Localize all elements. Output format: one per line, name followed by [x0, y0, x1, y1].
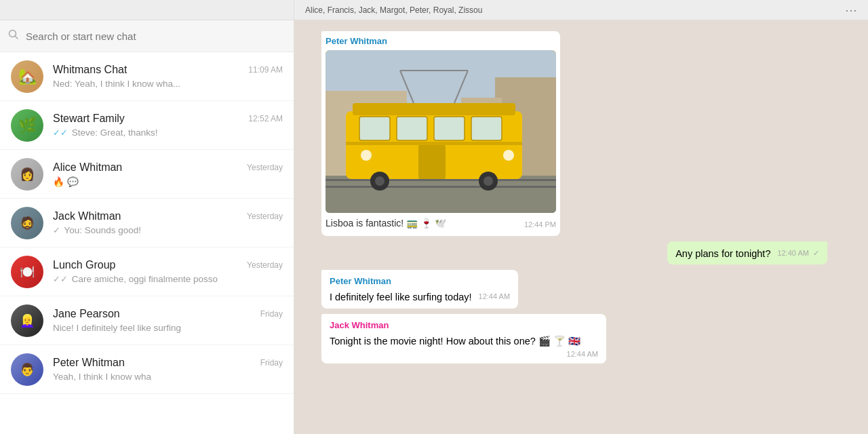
chat-info-lunch-group: Lunch Group Yesterday ✓✓ Care amiche, og…	[53, 259, 283, 284]
chat-preview-text: Care amiche, oggi finalmente posso	[72, 274, 218, 284]
search-input[interactable]	[26, 31, 285, 42]
chat-name: Lunch Group	[53, 259, 116, 271]
avatar-jack-whitman: 🧔	[11, 207, 43, 239]
group-members-label: Alice, Francis, Jack, Margot, Peter, Roy…	[305, 5, 482, 15]
chat-time: Friday	[260, 309, 283, 319]
svg-rect-11	[359, 117, 390, 140]
svg-point-19	[375, 176, 384, 186]
chat-preview: ✓✓ Care amiche, oggi finalmente posso	[53, 274, 283, 284]
svg-rect-14	[471, 117, 502, 140]
tram-image	[326, 50, 556, 213]
svg-point-17	[503, 150, 514, 161]
search-icon	[8, 29, 19, 43]
msg-text: Tonight is the movie night! How about th…	[330, 336, 580, 347]
chat-item-jane-pearson[interactable]: 👱‍♀️ Jane Pearson Friday Nice! I definit…	[0, 296, 294, 345]
chat-time: Yesterday	[247, 212, 283, 221]
msg-text: Lisboa is fantastic! 🚃 🍷 🕊️	[326, 217, 446, 231]
msg-time: 12:40 AM ✓	[777, 248, 819, 258]
svg-rect-25	[346, 142, 522, 145]
double-tick-blue: ✓✓	[53, 127, 68, 138]
msg-sender-name: Peter Whitman	[326, 35, 556, 47]
chat-time: Friday	[260, 358, 283, 368]
msg-tick: ✓	[813, 249, 819, 257]
chat-item-peter-whitman[interactable]: 👨 Peter Whitman Friday Yeah, I think I k…	[0, 345, 294, 394]
sidebar: 🏡 Whitmans Chat 11:09 AM Ned: Yeah, I th…	[0, 0, 294, 434]
messages-area: Peter Whitman	[294, 20, 868, 434]
svg-line-1	[16, 37, 18, 39]
svg-rect-6	[326, 176, 556, 213]
chat-item-jack-whitman[interactable]: 🧔 Jack Whitman Yesterday ✓ You: Sounds g…	[0, 199, 294, 248]
chat-preview-text: Ned: Yeah, I think I know wha...	[53, 79, 180, 89]
msg-text: I definitely feel like surfing today!	[330, 292, 472, 302]
avatar-jane-pearson: 👱‍♀️	[11, 304, 43, 337]
msg-time: 12:44 AM	[567, 349, 598, 359]
msg-sender-name: Peter Whitman	[330, 275, 510, 288]
avatar-stewart-family: 🌿	[11, 109, 43, 142]
chat-name: Alice Whitman	[53, 161, 122, 174]
chat-preview-text: Yeah, I think I know wha	[53, 372, 151, 382]
msg-text: Any plans for tonight?	[675, 248, 770, 259]
search-bar[interactable]	[0, 20, 294, 52]
msg-sender-name: Jack Whitman	[330, 319, 598, 332]
chat-preview: Nice! I definitely feel like surfing	[53, 323, 283, 333]
chat-name: Stewart Family	[53, 113, 125, 125]
chat-name: Jack Whitman	[53, 210, 121, 222]
svg-rect-7	[326, 179, 556, 181]
avatar-whitmans-chat: 🏡	[11, 60, 43, 93]
chat-preview-text: You: Sounds good!	[64, 225, 142, 235]
chat-area: Alice, Francis, Jack, Margot, Peter, Roy…	[294, 0, 868, 434]
svg-point-16	[361, 150, 372, 161]
chat-preview-text: Nice! I definitely feel like surfing	[53, 323, 181, 333]
chat-time: 12:52 AM	[248, 114, 283, 123]
svg-rect-13	[434, 117, 465, 140]
chat-list: 🏡 Whitmans Chat 11:09 AM Ned: Yeah, I th…	[0, 52, 294, 434]
chat-item-whitmans-chat[interactable]: 🏡 Whitmans Chat 11:09 AM Ned: Yeah, I th…	[0, 52, 294, 101]
msg-time: 12:44 PM	[524, 220, 556, 230]
chat-info-stewart-family: Stewart Family 12:52 AM ✓✓ Steve: Great,…	[53, 113, 283, 138]
single-tick-gray: ✓	[53, 225, 60, 235]
svg-point-21	[484, 176, 493, 186]
chat-name: Jane Pearson	[53, 308, 120, 320]
message-outgoing-plans: Any plans for tonight? 12:40 AM ✓	[667, 241, 827, 264]
chat-preview: Yeah, I think I know wha	[53, 372, 283, 382]
chat-time: Yesterday	[247, 260, 283, 270]
chat-name: Whitmans Chat	[53, 64, 127, 76]
chat-info-peter-whitman: Peter Whitman Friday Yeah, I think I kno…	[53, 357, 283, 382]
chat-preview: Ned: Yeah, I think I know wha...	[53, 79, 283, 89]
message-peter-surfing: Peter Whitman I definitely feel like sur…	[321, 270, 518, 308]
svg-rect-12	[397, 117, 427, 140]
chat-top-bar: Alice, Francis, Jack, Margot, Peter, Roy…	[294, 0, 868, 20]
more-options-icon[interactable]: ⋯	[845, 3, 857, 18]
message-jack-movie: Jack Whitman Tonight is the movie night!…	[321, 314, 606, 364]
chat-info-alice-whitman: Alice Whitman Yesterday 🔥 💬	[53, 161, 283, 187]
chat-item-alice-whitman[interactable]: 👩 Alice Whitman Yesterday 🔥 💬	[0, 150, 294, 199]
chat-item-stewart-family[interactable]: 🌿 Stewart Family 12:52 AM ✓✓ Steve: Grea…	[0, 101, 294, 150]
chat-preview-text: Steve: Great, thanks!	[72, 127, 158, 138]
sidebar-header	[0, 0, 294, 20]
chat-info-whitmans-chat: Whitmans Chat 11:09 AM Ned: Yeah, I thin…	[53, 64, 283, 89]
chat-info-jack-whitman: Jack Whitman Yesterday ✓ You: Sounds goo…	[53, 210, 283, 235]
chat-time: Yesterday	[247, 163, 283, 172]
chat-item-lunch-group[interactable]: 🍽️ Lunch Group Yesterday ✓✓ Care amiche,…	[0, 248, 294, 296]
chat-preview-emoji: 🔥 💬	[53, 177, 79, 187]
chat-preview: 🔥 💬	[53, 176, 283, 187]
avatar-peter-whitman: 👨	[11, 353, 43, 386]
svg-rect-10	[353, 103, 515, 115]
avatar-alice-whitman: 👩	[11, 158, 43, 191]
chat-preview: ✓ You: Sounds good!	[53, 225, 283, 235]
avatar-lunch-group: 🍽️	[11, 256, 43, 288]
chat-info-jane-pearson: Jane Pearson Friday Nice! I definitely f…	[53, 308, 283, 333]
chat-time: 11:09 AM	[248, 65, 283, 75]
svg-rect-8	[326, 186, 556, 188]
svg-rect-15	[418, 145, 446, 179]
chat-preview: ✓✓ Steve: Great, thanks!	[53, 127, 283, 138]
message-peter-tram: Peter Whitman	[321, 31, 560, 236]
msg-time: 12:44 AM	[479, 292, 510, 302]
double-tick-gray: ✓✓	[53, 274, 68, 284]
chat-name: Peter Whitman	[53, 357, 125, 369]
